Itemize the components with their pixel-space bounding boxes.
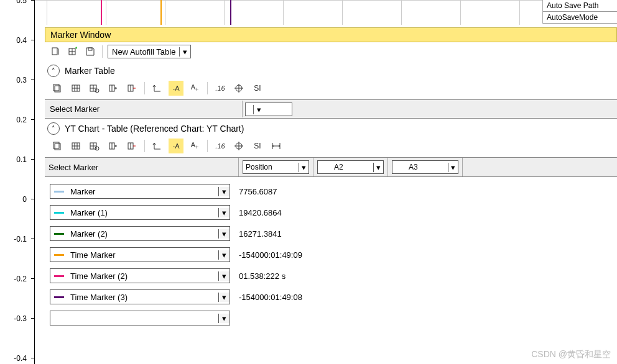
separator bbox=[207, 140, 208, 152]
separator bbox=[102, 45, 103, 58]
select-marker-combo[interactable]: ▾ bbox=[245, 102, 292, 116]
separator bbox=[207, 82, 208, 94]
chevron-down-icon[interactable]: ▾ bbox=[218, 271, 230, 281]
marker-table-toolbar: -A A+ .16 SI bbox=[45, 80, 617, 99]
chevron-down-icon[interactable]: ▾ bbox=[253, 105, 264, 114]
yt-chart-toolbar: -A A+ .16 SI bbox=[45, 137, 617, 157]
chevron-down-icon[interactable]: ▾ bbox=[448, 163, 458, 172]
target-icon[interactable] bbox=[231, 139, 246, 153]
autofill-combo[interactable]: New Autofill Table ▾ bbox=[108, 45, 191, 58]
toggle-axis-icon[interactable] bbox=[150, 81, 165, 96]
marker-window-toolbar: New Autofill Table ▾ bbox=[45, 42, 617, 61]
series-swatch bbox=[320, 166, 329, 168]
decimals-icon[interactable]: .16 bbox=[213, 81, 228, 96]
property-panel: Auto Save Path AutoSaveMode bbox=[542, 0, 617, 24]
font-minus-icon[interactable]: -A bbox=[169, 139, 183, 153]
y-axis-line bbox=[34, 0, 35, 364]
column-a3-combo[interactable]: A3 ▾ bbox=[392, 160, 458, 174]
marker-name: Marker bbox=[68, 187, 218, 196]
font-plus-icon[interactable]: A+ bbox=[187, 81, 202, 96]
copy-icon[interactable] bbox=[50, 139, 65, 153]
chevron-down-icon[interactable]: ▾ bbox=[218, 187, 230, 196]
decimals-icon[interactable]: .16 bbox=[213, 139, 228, 153]
gridline bbox=[35, 0, 617, 1]
insert-column-icon[interactable] bbox=[106, 81, 121, 96]
chevron-down-icon[interactable]: ▾ bbox=[299, 163, 308, 172]
y-axis: 0.5 0.4 0.3 0.2 0.1 0 -0.1 -0.2 -0.3 -0.… bbox=[0, 0, 34, 364]
font-plus-icon[interactable]: A+ bbox=[187, 139, 202, 153]
yt-column-header-row: Select Marker Position ▾ A2 ▾ A3 ▾ bbox=[45, 157, 617, 177]
chevron-down-icon[interactable]: ▾ bbox=[218, 229, 230, 239]
marker-name: Time Marker (3) bbox=[68, 293, 218, 302]
table-row: Time Marker (3)▾-154000:01:49:08 bbox=[50, 286, 612, 307]
ytick-label: -0.1 bbox=[2, 235, 27, 243]
series-swatch bbox=[395, 166, 404, 168]
position-value: 7756.6087 bbox=[239, 187, 277, 196]
marker-window-title: Marker Window bbox=[45, 27, 617, 42]
target-icon[interactable] bbox=[231, 81, 246, 96]
property-row[interactable]: Auto Save Path bbox=[543, 0, 617, 12]
grid-config-icon[interactable] bbox=[87, 139, 102, 153]
marker-select-combo[interactable]: Marker (1)▾ bbox=[50, 205, 230, 220]
table-row: ▾ bbox=[50, 307, 612, 329]
add-table-icon[interactable] bbox=[66, 45, 80, 58]
gridline bbox=[106, 0, 106, 25]
grid-config-icon[interactable] bbox=[87, 81, 102, 96]
ytick-label: -0.4 bbox=[2, 354, 27, 363]
position-value: 16271.3841 bbox=[239, 229, 282, 239]
grid-icon[interactable] bbox=[68, 81, 83, 96]
fit-width-icon[interactable] bbox=[269, 139, 284, 153]
table-row: Marker▾7756.6087 bbox=[50, 181, 612, 202]
marker-select-combo[interactable]: Marker▾ bbox=[50, 184, 230, 199]
ytick-label: 0.3 bbox=[2, 76, 27, 84]
marker-swatch bbox=[54, 275, 64, 277]
ytick-label: -0.3 bbox=[2, 314, 27, 323]
select-marker-row: Select Marker ▾ bbox=[45, 99, 617, 119]
font-minus-icon[interactable]: -A bbox=[169, 81, 183, 96]
marker-table-section-header: ˄ Marker Table bbox=[45, 61, 617, 80]
time-marker-line[interactable] bbox=[230, 0, 231, 25]
ytick-label: 0.2 bbox=[2, 116, 27, 124]
save-icon[interactable] bbox=[83, 45, 97, 58]
svg-rect-0 bbox=[52, 48, 57, 55]
ytick-label: 0 bbox=[2, 195, 27, 204]
marker-name: Marker (1) bbox=[68, 208, 218, 217]
time-marker-line[interactable] bbox=[160, 0, 162, 25]
chevron-down-icon[interactable]: ▾ bbox=[218, 314, 230, 323]
chevron-down-icon[interactable]: ▾ bbox=[218, 250, 230, 260]
property-row[interactable]: AutoSaveMode bbox=[543, 12, 617, 24]
position-value: 01.538:222 s bbox=[239, 271, 285, 281]
marker-select-combo[interactable]: Time Marker (3)▾ bbox=[50, 289, 230, 304]
marker-select-combo[interactable]: Marker (2)▾ bbox=[50, 226, 230, 241]
toggle-axis-icon[interactable] bbox=[150, 139, 165, 153]
grid-icon[interactable] bbox=[68, 139, 83, 153]
marker-swatch bbox=[54, 296, 64, 298]
chevron-down-icon[interactable]: ▾ bbox=[218, 208, 230, 217]
chevron-down-icon[interactable]: ▾ bbox=[179, 47, 190, 57]
gridline bbox=[342, 0, 343, 25]
collapse-icon[interactable]: ˄ bbox=[47, 122, 60, 135]
insert-column-icon[interactable] bbox=[106, 139, 121, 153]
column-position-combo[interactable]: Position ▾ bbox=[243, 160, 309, 174]
collapse-icon[interactable]: ˄ bbox=[47, 65, 60, 77]
marker-name: Marker (2) bbox=[68, 229, 218, 239]
si-unit-icon[interactable]: SI bbox=[250, 139, 265, 153]
new-doc-icon[interactable] bbox=[49, 45, 62, 58]
chevron-down-icon[interactable]: ▾ bbox=[373, 163, 383, 172]
delete-column-icon[interactable] bbox=[124, 139, 139, 153]
marker-select-combo[interactable]: Time Marker▾ bbox=[50, 247, 230, 262]
copy-icon[interactable] bbox=[50, 81, 65, 96]
gridline bbox=[283, 0, 284, 25]
chevron-down-icon[interactable]: ▾ bbox=[218, 293, 230, 302]
section-title: YT Chart - Table (Referenced Chart: YT C… bbox=[65, 124, 244, 134]
column-a2-combo[interactable]: A2 ▾ bbox=[317, 160, 384, 174]
marker-select-combo[interactable]: ▾ bbox=[50, 311, 230, 325]
si-unit-icon[interactable]: SI bbox=[250, 81, 265, 96]
yt-chart-section-header: ˄ YT Chart - Table (Referenced Chart: YT… bbox=[45, 119, 617, 137]
delete-column-icon[interactable] bbox=[124, 81, 139, 96]
marker-select-combo[interactable]: Time Marker (2)▾ bbox=[50, 268, 230, 283]
marker-swatch bbox=[54, 233, 64, 235]
combo-value: Position bbox=[243, 163, 299, 171]
time-marker-line[interactable] bbox=[101, 0, 102, 25]
select-marker-label: Select Marker bbox=[45, 101, 243, 117]
